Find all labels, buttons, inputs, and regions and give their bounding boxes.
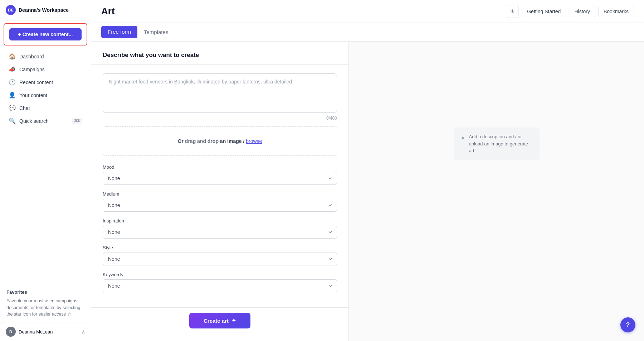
- inspiration-select[interactable]: None Van Gogh Picasso Monet Dali: [103, 226, 337, 239]
- style-field: Style None Realistic Abstract Impression…: [103, 245, 337, 265]
- sidebar-item-dashboard[interactable]: 🏠 Dashboard: [2, 50, 89, 63]
- keywords-label: Keywords: [103, 272, 337, 277]
- drop-mid-text: an image /: [219, 138, 246, 144]
- create-art-label: Create art: [204, 318, 229, 324]
- chat-icon: 💬: [9, 105, 16, 111]
- sidebar-item-label-chat: Chat: [19, 105, 30, 111]
- help-button[interactable]: ?: [620, 317, 635, 332]
- search-shortcut: ⌘K: [72, 118, 82, 124]
- page-title: Art: [101, 6, 115, 17]
- inspiration-label: Inspiration: [103, 218, 337, 224]
- image-drop-zone[interactable]: Or drag and drop an image / browse: [103, 126, 337, 156]
- dashboard-icon: 🏠: [9, 53, 16, 60]
- form-body: 0/400 Or drag and drop an image / browse…: [91, 65, 348, 307]
- tabs-bar: Free form Templates: [91, 23, 644, 42]
- inspiration-field: Inspiration None Van Gogh Picasso Monet …: [103, 218, 337, 239]
- hint-card: ✦ Add a description and / or upload an i…: [454, 128, 540, 160]
- style-label: Style: [103, 245, 337, 250]
- sparkle-icon: ✦: [231, 317, 236, 324]
- form-header: Describe what you want to create: [91, 42, 348, 65]
- drop-or-text: Or: [178, 138, 185, 144]
- description-textarea[interactable]: [103, 73, 337, 113]
- sidebar-item-quick-search[interactable]: 🔍 Quick search ⌘K: [2, 115, 89, 127]
- sidebar: DE Deanna's Workspace + Create new conte…: [0, 0, 91, 341]
- history-button[interactable]: History: [569, 6, 595, 17]
- form-section-title: Describe what you want to create: [103, 52, 337, 59]
- theme-toggle-button[interactable]: ☀: [506, 5, 519, 18]
- top-bar: Art ☀ Getting Started History Bookmarks: [91, 0, 644, 23]
- favorites-section: Favorites Favorite your most used campai…: [0, 285, 91, 322]
- medium-field: Medium None Oil Paint Watercolor Digital…: [103, 191, 337, 212]
- top-bar-actions: ☀ Getting Started History Bookmarks: [506, 5, 634, 18]
- medium-label: Medium: [103, 191, 337, 197]
- sidebar-item-label-dashboard: Dashboard: [19, 54, 44, 59]
- create-btn-wrapper: + Create new content...: [4, 23, 87, 45]
- sidebar-footer: D Deanna McLean ∧: [0, 322, 91, 341]
- sidebar-item-chat[interactable]: 💬 Chat: [2, 102, 89, 114]
- footer-user[interactable]: D Deanna McLean: [6, 327, 53, 337]
- favorites-title: Favorites: [6, 289, 84, 295]
- sidebar-item-recent-content[interactable]: 🕐 Recent content: [2, 76, 89, 88]
- keywords-select[interactable]: None: [103, 279, 337, 292]
- campaigns-icon: 📣: [9, 66, 16, 73]
- mood-field: Mood None Happy Sad Dramatic Peaceful Da…: [103, 164, 337, 185]
- content-area: Describe what you want to create 0/400 O…: [91, 42, 644, 341]
- workspace-avatar: DE: [6, 5, 16, 15]
- create-art-button[interactable]: Create art ✦: [189, 313, 250, 328]
- description-wrapper: [103, 73, 337, 114]
- hint-icon: ✦: [460, 134, 465, 143]
- create-art-bar: Create art ✦: [91, 307, 348, 333]
- sidebar-item-label-campaigns: Campaigns: [19, 67, 45, 72]
- favorites-description: Favorite your most used campaigns, docum…: [6, 298, 84, 318]
- your-content-icon: 👤: [9, 92, 16, 99]
- drop-drag-text: drag and drop: [185, 138, 219, 144]
- footer-avatar: D: [6, 327, 16, 337]
- sidebar-item-label-your-content: Your content: [19, 92, 47, 98]
- sidebar-nav: 🏠 Dashboard 📣 Campaigns 🕐 Recent content…: [0, 48, 91, 285]
- sidebar-item-your-content[interactable]: 👤 Your content: [2, 89, 89, 101]
- sidebar-header: DE Deanna's Workspace: [0, 0, 91, 20]
- hint-text: Add a description and / or upload an ima…: [469, 133, 533, 154]
- tab-free-form[interactable]: Free form: [101, 26, 137, 38]
- sidebar-item-label-recent: Recent content: [19, 80, 53, 85]
- style-select[interactable]: None Realistic Abstract Impressionist Su…: [103, 253, 337, 265]
- tab-templates[interactable]: Templates: [137, 24, 175, 41]
- bookmarks-button[interactable]: Bookmarks: [598, 6, 634, 17]
- recent-icon: 🕐: [9, 79, 16, 86]
- chevron-up-icon[interactable]: ∧: [82, 329, 85, 335]
- right-panel: ✦ Add a description and / or upload an i…: [349, 42, 644, 341]
- create-new-content-button[interactable]: + Create new content...: [9, 28, 82, 40]
- getting-started-button[interactable]: Getting Started: [522, 6, 566, 17]
- medium-select[interactable]: None Oil Paint Watercolor Digital Pencil…: [103, 199, 337, 212]
- char-count: 0/400: [103, 116, 337, 121]
- browse-link[interactable]: browse: [246, 138, 262, 144]
- mood-label: Mood: [103, 164, 337, 170]
- workspace-name: Deanna's Workspace: [19, 7, 69, 13]
- form-panel: Describe what you want to create 0/400 O…: [91, 42, 349, 341]
- sidebar-item-campaigns[interactable]: 📣 Campaigns: [2, 63, 89, 76]
- mood-select[interactable]: None Happy Sad Dramatic Peaceful Dark Vi…: [103, 172, 337, 185]
- main-content: Art ☀ Getting Started History Bookmarks …: [91, 0, 644, 341]
- search-icon: 🔍: [9, 117, 16, 124]
- keywords-field: Keywords None: [103, 272, 337, 292]
- sidebar-item-label-search: Quick search: [19, 118, 49, 124]
- footer-username: Deanna McLean: [19, 329, 53, 335]
